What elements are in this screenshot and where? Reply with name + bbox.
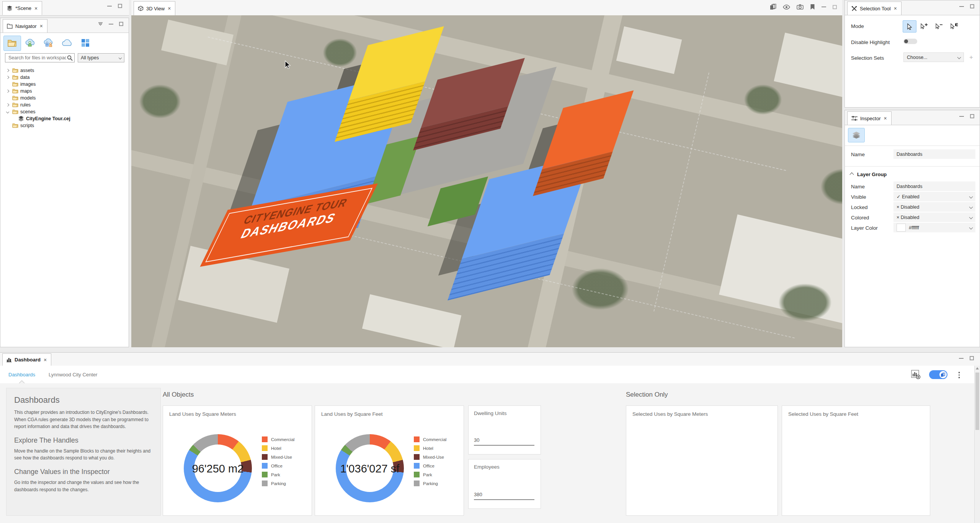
search-icon[interactable] — [67, 55, 73, 61]
maximize-icon[interactable] — [970, 4, 974, 8]
close-icon[interactable]: × — [167, 6, 171, 11]
chart-title: Land Uses by Square Feet — [321, 411, 383, 417]
minimize-icon[interactable] — [107, 6, 112, 7]
legend-swatch — [262, 436, 268, 442]
visibility-eye-icon[interactable] — [783, 5, 790, 10]
tab-navigator[interactable]: Navigator × — [3, 19, 47, 33]
tree-item-scripts[interactable]: scripts — [0, 122, 129, 129]
dwelling-units-card[interactable]: Dwelling Units 30 — [468, 405, 541, 454]
employees-value[interactable]: 380 — [474, 492, 482, 497]
legend-swatch — [414, 472, 420, 477]
maximize-icon[interactable] — [118, 4, 122, 8]
tree-item-data[interactable]: data — [0, 74, 129, 81]
maximize-icon[interactable] — [833, 5, 837, 9]
add-chart-button[interactable] — [911, 369, 921, 379]
public-content-button[interactable] — [59, 36, 75, 50]
search-input[interactable] — [8, 55, 67, 61]
tab-3d-view[interactable]: 3D View × — [134, 1, 175, 15]
maximize-icon[interactable] — [119, 22, 123, 26]
colored-dropdown[interactable]: × Disabled — [893, 212, 975, 222]
my-content-button[interactable] — [22, 36, 39, 50]
mode-remove-button[interactable] — [933, 20, 946, 32]
dashboard-scrollbar[interactable] — [974, 366, 980, 523]
collapse-icon[interactable] — [6, 110, 9, 113]
tree-item-assets[interactable]: assets — [0, 67, 129, 74]
scrollbar-thumb[interactable] — [975, 373, 979, 430]
legend-item: Parking — [262, 481, 294, 486]
groups-content-button[interactable] — [40, 36, 57, 50]
add-selection-set-button[interactable]: + — [967, 53, 975, 62]
close-icon[interactable]: × — [883, 116, 887, 121]
legend-item: Hotel — [414, 445, 446, 451]
legend-swatch — [262, 454, 268, 460]
layer-group-section-header[interactable]: Layer Group — [850, 172, 887, 177]
disable-highlight-toggle[interactable] — [903, 39, 917, 44]
camera-icon[interactable] — [797, 4, 804, 10]
tab-scene[interactable]: *Scene × — [2, 1, 42, 15]
name-field[interactable]: Dashboards — [893, 149, 975, 159]
portal-button[interactable] — [77, 36, 94, 50]
scroll-up-icon[interactable] — [976, 367, 979, 369]
layer-color-dropdown[interactable]: #ffffff — [893, 223, 975, 232]
employees-card[interactable]: Employees 380 — [468, 459, 541, 509]
expand-icon[interactable] — [6, 69, 9, 72]
tree-item-maps[interactable]: maps — [0, 88, 129, 95]
maximize-icon[interactable] — [970, 114, 974, 118]
minimize-icon[interactable] — [959, 6, 964, 7]
intro-subheading: Explore The Handles — [14, 436, 153, 445]
minimize-icon[interactable] — [109, 24, 113, 25]
isolate-objects-icon[interactable] — [770, 4, 776, 10]
legend-item: Parking — [414, 481, 446, 486]
minimize-icon[interactable] — [822, 7, 826, 7]
layer-name-field[interactable]: Dashboards — [893, 181, 975, 191]
mode-add-button[interactable] — [918, 20, 931, 32]
legend-swatch — [414, 481, 420, 486]
cards-icon — [941, 373, 945, 377]
visible-dropdown[interactable]: ✓ Enabled — [893, 192, 975, 201]
maximize-icon[interactable] — [970, 356, 974, 360]
file-type-filter[interactable]: All types — [78, 53, 124, 62]
locked-dropdown[interactable]: × Disabled — [893, 202, 975, 212]
selection-only-heading: Selection Only — [626, 391, 668, 399]
layer-selection-button[interactable] — [848, 128, 865, 142]
minimize-icon[interactable] — [959, 116, 964, 117]
legend-swatch — [414, 454, 420, 460]
selected-uses-square-feet-card[interactable]: Selected Uses by Square Feet — [782, 405, 930, 516]
legend-item: Mixed-Use — [414, 454, 446, 460]
folder-icon — [12, 123, 18, 128]
tree-item-models[interactable]: models — [0, 95, 129, 101]
subtab-lynnwood-city-center[interactable]: Lynnwood City Center — [49, 366, 97, 383]
close-icon[interactable]: × — [34, 6, 38, 11]
expand-icon[interactable] — [6, 90, 9, 93]
mode-select-button[interactable] — [903, 20, 916, 33]
tab-selection-tool[interactable]: Selection Tool × — [847, 2, 902, 15]
view-menu-icon[interactable] — [98, 22, 103, 26]
tab-dashboard[interactable]: Dashboard × — [2, 353, 51, 366]
chart-card-square-feet[interactable]: Land Uses by Square Feet 1'036'027 sf Co… — [315, 405, 464, 516]
dwelling-units-value[interactable]: 30 — [474, 437, 479, 443]
dashboard-sync-toggle[interactable] — [929, 370, 947, 379]
close-icon[interactable]: × — [39, 23, 43, 29]
tree-item-images[interactable]: images — [0, 81, 129, 88]
tree-item-cityengine-tour-scene[interactable]: CityEngine Tour.cej — [0, 115, 129, 122]
close-icon[interactable]: × — [43, 357, 47, 363]
chart-card-square-meters[interactable]: Land Uses by Square Meters 96'250 m2 Com… — [163, 405, 312, 516]
3d-viewport[interactable]: CITYENGINE TOUR DASHBOARDS — [131, 15, 842, 347]
selection-sets-dropdown[interactable]: Choose... — [903, 52, 964, 62]
expand-icon[interactable] — [6, 103, 9, 106]
workspace-files-button[interactable] — [3, 36, 21, 51]
dashboard-menu-button[interactable] — [959, 372, 960, 378]
selected-uses-square-meters-card[interactable]: Selected Uses by Square Meters — [626, 405, 778, 516]
tree-item-scenes[interactable]: scenes — [0, 108, 129, 115]
legend-swatch — [262, 463, 268, 469]
mode-toggle-button[interactable] — [947, 20, 960, 32]
close-icon[interactable]: × — [893, 6, 897, 11]
legend-swatch — [262, 481, 268, 486]
tree-item-rules[interactable]: rules — [0, 101, 129, 108]
expand-icon[interactable] — [6, 76, 9, 79]
bookmark-icon[interactable] — [810, 4, 815, 10]
aerial-trees — [323, 38, 357, 67]
minimize-icon[interactable] — [959, 358, 964, 359]
tab-inspector[interactable]: Inspector × — [847, 111, 892, 125]
scene-tab-strip: *Scene × — [0, 0, 129, 16]
